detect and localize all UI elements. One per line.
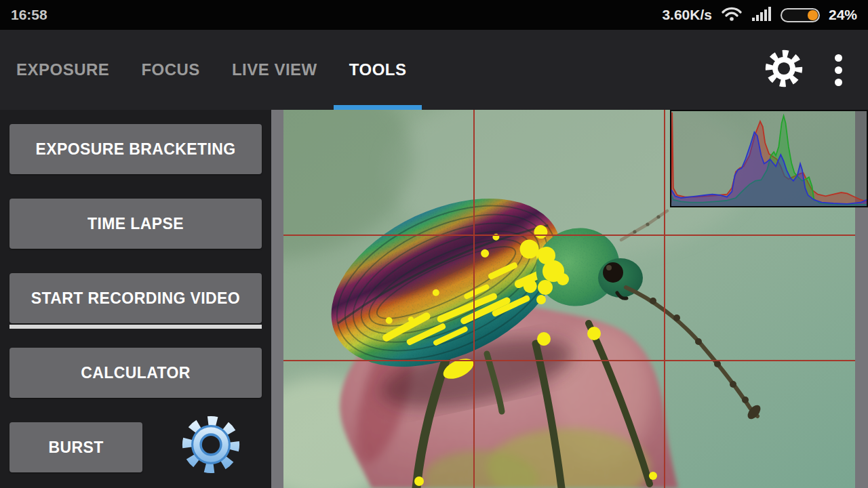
settings-button[interactable]: [762, 30, 806, 110]
gear-icon: [764, 49, 804, 91]
exposure-bracketing-button[interactable]: EXPOSURE BRACKETING: [9, 124, 262, 174]
live-view-area[interactable]: [271, 110, 868, 488]
status-bar: 16:58 3.60K/s: [0, 0, 868, 30]
tab-list: EXPOSURE FOCUS LIVE VIEW TOOLS: [0, 30, 406, 110]
cell-signal-icon: [751, 5, 772, 24]
tab-tools[interactable]: TOOLS: [349, 30, 407, 110]
clock: 16:58: [11, 7, 47, 23]
tab-focus[interactable]: FOCUS: [141, 30, 200, 110]
network-speed: 3.60K/s: [662, 7, 712, 23]
battery-percent: 24%: [829, 7, 857, 23]
start-recording-video-button[interactable]: START RECORDING VIDEO: [9, 273, 262, 323]
time-lapse-button[interactable]: TIME LAPSE: [9, 199, 262, 249]
tab-bar: EXPOSURE FOCUS LIVE VIEW TOOLS: [0, 30, 868, 110]
calculator-button[interactable]: CALCULATOR: [9, 348, 262, 398]
app-screen: 16:58 3.60K/s: [0, 0, 868, 488]
beetle-eye: [603, 262, 623, 283]
battery-icon: [781, 8, 820, 22]
vertical-dots-icon: [835, 54, 842, 86]
battery-fill: [808, 10, 818, 20]
tools-sidebar: EXPOSURE BRACKETING TIME LAPSE START REC…: [0, 110, 271, 488]
tab-live-view[interactable]: LIVE VIEW: [232, 30, 317, 110]
burst-settings-button[interactable]: [179, 414, 243, 478]
tab-exposure[interactable]: EXPOSURE: [16, 30, 109, 110]
wifi-icon: [721, 5, 743, 25]
rgb-histogram: [670, 110, 868, 207]
burst-button[interactable]: BURST: [9, 422, 142, 472]
gear-blue-icon: [179, 413, 243, 479]
overflow-menu-button[interactable]: [825, 30, 852, 110]
